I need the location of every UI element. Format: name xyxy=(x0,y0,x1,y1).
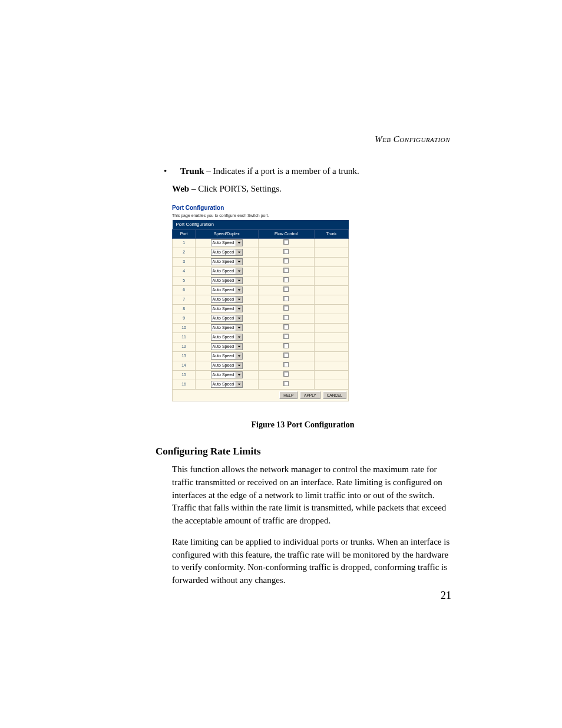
trunk-cell xyxy=(314,361,348,370)
col-flow: Flow Control xyxy=(258,229,314,238)
table-row: 10Auto Speed xyxy=(173,323,349,332)
speed-cell: Auto Speed xyxy=(196,248,258,257)
speed-duplex-dropdown[interactable]: Auto Speed xyxy=(211,296,243,303)
speed-cell: Auto Speed xyxy=(196,323,258,332)
chevron-down-icon xyxy=(236,306,242,312)
speed-cell: Auto Speed xyxy=(196,370,258,380)
port-cell: 11 xyxy=(173,332,196,342)
flow-control-checkbox[interactable] xyxy=(283,362,289,367)
speed-duplex-dropdown[interactable]: Auto Speed xyxy=(211,277,243,284)
flow-control-cell xyxy=(258,304,314,314)
chevron-down-icon xyxy=(236,268,242,274)
trunk-cell xyxy=(314,323,348,332)
flow-control-checkbox[interactable] xyxy=(283,334,289,339)
flow-control-checkbox[interactable] xyxy=(283,268,289,273)
speed-duplex-dropdown[interactable]: Auto Speed xyxy=(211,268,243,275)
flow-control-checkbox[interactable] xyxy=(283,353,289,358)
flow-control-checkbox[interactable] xyxy=(283,371,289,377)
port-cell: 7 xyxy=(173,295,196,304)
trunk-cell xyxy=(314,248,348,257)
flow-control-checkbox[interactable] xyxy=(283,286,289,292)
trunk-cell xyxy=(314,342,348,351)
flow-control-checkbox[interactable] xyxy=(283,249,289,254)
table-row: 11Auto Speed xyxy=(173,332,349,342)
speed-cell: Auto Speed xyxy=(196,238,258,248)
speed-duplex-dropdown[interactable]: Auto Speed xyxy=(211,381,243,388)
flow-control-cell xyxy=(258,295,314,304)
speed-cell: Auto Speed xyxy=(196,295,258,304)
flow-control-cell xyxy=(258,370,314,380)
port-cell: 13 xyxy=(173,351,196,361)
flow-control-checkbox[interactable] xyxy=(283,324,289,330)
trunk-cell xyxy=(314,285,348,295)
col-trunk: Trunk xyxy=(314,229,348,238)
dropdown-label: Auto Speed xyxy=(211,315,236,321)
dropdown-label: Auto Speed xyxy=(211,268,236,274)
flow-control-cell xyxy=(258,361,314,370)
chevron-down-icon xyxy=(236,344,242,350)
speed-duplex-dropdown[interactable]: Auto Speed xyxy=(211,239,243,246)
port-cell: 4 xyxy=(173,266,196,276)
cancel-button[interactable]: CANCEL xyxy=(323,391,346,399)
port-cell: 16 xyxy=(173,380,196,389)
speed-duplex-dropdown[interactable]: Auto Speed xyxy=(211,286,243,294)
speed-duplex-dropdown[interactable]: Auto Speed xyxy=(211,305,243,312)
table-row: 12Auto Speed xyxy=(173,342,349,351)
port-cell: 8 xyxy=(173,304,196,314)
speed-cell: Auto Speed xyxy=(196,332,258,342)
col-speed: Speed/Duplex xyxy=(196,229,258,238)
speed-duplex-dropdown[interactable]: Auto Speed xyxy=(211,324,243,331)
flow-control-cell xyxy=(258,257,314,266)
speed-duplex-dropdown[interactable]: Auto Speed xyxy=(211,353,243,360)
flow-control-cell xyxy=(258,380,314,389)
table-row: 7Auto Speed xyxy=(173,295,349,304)
dropdown-label: Auto Speed xyxy=(211,325,236,331)
trunk-cell xyxy=(314,370,348,380)
trunk-cell xyxy=(314,295,348,304)
flow-control-checkbox[interactable] xyxy=(283,239,289,245)
speed-duplex-dropdown[interactable]: Auto Speed xyxy=(211,362,243,369)
flow-control-cell xyxy=(258,266,314,276)
port-cell: 5 xyxy=(173,276,196,285)
chevron-down-icon xyxy=(236,363,242,368)
port-cell: 6 xyxy=(173,285,196,295)
flow-control-checkbox[interactable] xyxy=(283,305,289,311)
speed-cell: Auto Speed xyxy=(196,257,258,266)
speed-duplex-dropdown[interactable]: Auto Speed xyxy=(211,334,243,341)
table-section-header: Port Configuration xyxy=(173,220,349,229)
flow-control-checkbox[interactable] xyxy=(283,296,289,301)
chevron-down-icon xyxy=(236,297,242,302)
figure-caption: Figure 13 Port Configuration xyxy=(156,419,450,431)
speed-duplex-dropdown[interactable]: Auto Speed xyxy=(211,249,243,256)
dropdown-label: Auto Speed xyxy=(211,278,236,284)
speed-duplex-dropdown[interactable]: Auto Speed xyxy=(211,315,243,322)
flow-control-cell xyxy=(258,342,314,351)
speed-cell: Auto Speed xyxy=(196,304,258,314)
speed-cell: Auto Speed xyxy=(196,361,258,370)
flow-control-cell xyxy=(258,285,314,295)
table-row: 2Auto Speed xyxy=(173,248,349,257)
port-cell: 3 xyxy=(173,257,196,266)
flow-control-checkbox[interactable] xyxy=(283,343,289,348)
flow-control-checkbox[interactable] xyxy=(283,315,289,320)
table-row: 5Auto Speed xyxy=(173,276,349,285)
trunk-cell xyxy=(314,266,348,276)
speed-duplex-dropdown[interactable]: Auto Speed xyxy=(211,371,243,378)
running-header: Web Configuration xyxy=(375,134,450,144)
table-row: 16Auto Speed xyxy=(173,380,349,389)
speed-duplex-dropdown[interactable]: Auto Speed xyxy=(211,343,243,350)
flow-control-checkbox[interactable] xyxy=(283,277,289,282)
flow-control-cell xyxy=(258,351,314,361)
trunk-cell xyxy=(314,238,348,248)
apply-button[interactable]: APPLY xyxy=(300,391,320,399)
trunk-cell xyxy=(314,314,348,323)
flow-control-checkbox[interactable] xyxy=(283,381,289,386)
help-button[interactable]: HELP xyxy=(279,391,297,399)
flow-control-cell xyxy=(258,238,314,248)
table-row: 8Auto Speed xyxy=(173,304,349,314)
trunk-cell xyxy=(314,304,348,314)
trunk-cell xyxy=(314,257,348,266)
dropdown-label: Auto Speed xyxy=(211,259,236,265)
speed-duplex-dropdown[interactable]: Auto Speed xyxy=(211,258,243,265)
flow-control-checkbox[interactable] xyxy=(283,258,289,263)
